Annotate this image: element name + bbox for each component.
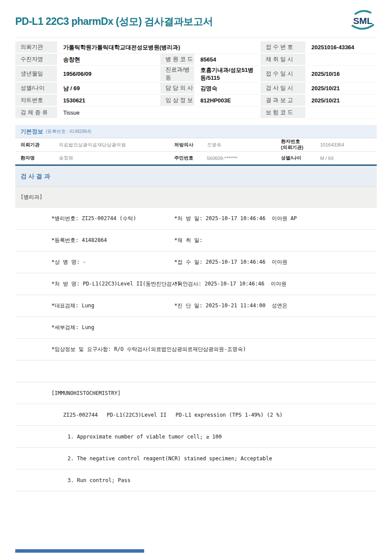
collection-date: *채 취 일: [174, 237, 203, 244]
label-requesting-org: 의뢰기관 [15, 41, 58, 54]
label-doctor: 담 당 의 사 [160, 82, 195, 95]
label-patient-name: 수진자명 [15, 54, 58, 66]
label-patient-no-line2: (의뢰기관) [281, 145, 320, 151]
table-row: 의뢰기관 가톨릭학원가톨릭대학교대전성모병원(병리과) 접 수 번 호 2025… [15, 41, 377, 54]
result-row: *임상정보 및 요구사항: R/O 수탁검사(의료법인삼광의료재단삼광의원-조영… [15, 339, 377, 360]
label-dept-ward: 진료과/병동 [160, 66, 195, 82]
value-referral-org: 의료법인삼광의료재단삼광의원 [59, 142, 174, 148]
value-receipt-no: 20251016-43364 [306, 41, 377, 54]
report-header: PD-L1 22C3 pharmDx (성모) 검사결과보고서 SML [15, 0, 377, 38]
results-section-title: 검 사 결 과 [20, 173, 50, 180]
value-sex-age: 남 / 69 [58, 82, 160, 95]
label-prescribing-doctor: 처방의사 [174, 142, 207, 148]
value-insurance-code [306, 107, 377, 119]
value-chart-no: 1530621 [58, 95, 160, 107]
basic-info-header: 기본정보 (등록번호 : 41482864) [15, 125, 377, 138]
table-row: 생년월일 1956/06/09 진료과/병동 호흡기내과/성모51병동/5115… [15, 66, 377, 82]
note-tumor-cell-count: 1. Approximate number of viable tumor ce… [68, 434, 222, 440]
label-birthdate: 생년월일 [15, 66, 58, 82]
value-test-datetime: 2025/10/21 [306, 82, 377, 95]
basic-info-section: 기본정보 (등록번호 : 41482864) 의뢰기관 의료법인삼광의료재단삼광… [15, 125, 377, 166]
label-specimen-type: 검 체 종 류 [15, 107, 58, 119]
main-specimen: *대표검체: Lung [51, 302, 95, 309]
note-negative-control: 2. The negative control reagent(NCR) sta… [68, 455, 272, 462]
label-insurance-code: 보 험 코 드 [260, 107, 306, 119]
footer-bar [15, 549, 144, 553]
value-patient-no: 101643364 [320, 142, 377, 147]
prescription-date: *처 방 일: 2025-10-17 10:46:46 이아원 AP [174, 215, 297, 222]
table-row: 검 체 종 류 Tissue 보 험 코 드 [15, 107, 377, 119]
table-row: 수진자명 송창현 병 원 코 드 85654 채 취 일 시 [15, 54, 377, 66]
patient-info-table: 의뢰기관 가톨릭학원가톨릭대학교대전성모병원(병리과) 접 수 번 호 2025… [15, 41, 377, 119]
label-patient-no-line1: 환자번호 [281, 139, 320, 145]
value-dept-ward: 호흡기내과/성모51병동/5115 [195, 66, 260, 82]
pathology-no: *병리번호: ZI25-002744 (수탁) [51, 215, 136, 222]
label-collection-datetime: 채 취 일 시 [260, 54, 306, 66]
basic-info-reg-no: (등록번호 : 41482864) [46, 129, 91, 135]
result-row: *대표검체: Lung *진 단 일: 2025-10-21 11:44:00 … [15, 295, 377, 317]
label-hospital-code: 병 원 코 드 [160, 54, 195, 66]
basic-info-row: 환자명 송창현 주민번호 560609-******* 성별/나이 M / 69 [15, 151, 377, 164]
sml-logo-icon: SML [349, 10, 377, 31]
label-clinical-info: 임 상 정 보 [160, 95, 195, 107]
note-run-control: 3. Run control; Pass [68, 477, 131, 483]
department-band: [병리과] [15, 187, 377, 208]
label-receipt-no: 접 수 번 호 [260, 41, 306, 54]
table-row: 차트번호 1530621 임 상 정 보 812HP003E 결 과 보 고 2… [15, 95, 377, 107]
gross-exam-date: *육안검사: 2025-10-17 10:46:46 이아원 [174, 280, 286, 288]
receipt-date: *접 수 일: 2025-10-17 10:46:46 이아원 [174, 258, 287, 266]
clinical-info-request: *임상정보 및 요구사항: R/O 수탁검사(의료법인삼광의료재단삼광의원-조영… [51, 346, 246, 353]
report-page: PD-L1 22C3 pharmDx (성모) 검사결과보고서 SML 의뢰기관… [0, 0, 392, 554]
result-row: *병리번호: ZI25-002744 (수탁) *처 방 일: 2025-10-… [15, 208, 377, 230]
note-row: 1. Approximate number of viable tumor ce… [15, 426, 377, 448]
ihc-specimen-no: ZI25-002744 [63, 412, 98, 418]
value-requesting-org: 가톨릭학원가톨릭대학교대전성모병원(병리과) [58, 41, 260, 54]
note-row: 2. The negative control reagent(NCR) sta… [15, 448, 377, 469]
ihc-section-title: [IMMUNOHISTOCHEMISTRY] [51, 390, 121, 396]
value-bi-patient-name: 송창현 [59, 155, 174, 161]
registration-no: *등록번호: 41482864 [51, 237, 107, 244]
basic-info-title: 기본정보 [20, 128, 43, 136]
note-row: 3. Run control; Pass [15, 469, 377, 491]
svg-text:SML: SML [353, 16, 373, 26]
value-birthdate: 1956/06/09 [58, 66, 160, 82]
label-result-report: 결 과 보 고 [260, 95, 306, 107]
spacer-row [15, 360, 377, 382]
label-bi-patient-name: 환자명 [20, 155, 59, 161]
ihc-test-name: PD-L1(22C3)Level II [107, 412, 166, 418]
value-hospital-code: 85654 [195, 54, 260, 66]
label-test-datetime: 검 사 일 시 [260, 82, 306, 95]
ihc-result-row: ZI25-002744 PD-L1(22C3)Level II PD-L1 ex… [15, 404, 377, 426]
value-resident-no: 560609-******* [207, 156, 281, 161]
label-resident-no: 주민번호 [174, 155, 207, 161]
result-row: *등록번호: 41482864 *채 취 일: [15, 230, 377, 252]
label-sex-age: 성별/나이 [15, 82, 58, 95]
label-chart-no: 차트번호 [15, 95, 58, 107]
label-bi-sex-age: 성별/나이 [281, 155, 320, 161]
sub-specimen: *세부검체: Lung [51, 324, 95, 331]
label-receipt-datetime: 접 수 일 시 [260, 66, 306, 82]
result-row: *세부검체: Lung [15, 317, 377, 339]
sml-logo: SML [349, 10, 377, 33]
label-referral-org: 의뢰기관 [20, 142, 59, 148]
table-row: 성별/나이 남 / 69 담 당 의 사 김명숙 검 사 일 시 2025/10… [15, 82, 377, 95]
results-section-header: 검 사 결 과 [15, 167, 377, 187]
label-patient-no: 환자번호 (의뢰기관) [281, 139, 320, 151]
value-patient-name: 송창현 [58, 54, 160, 66]
disease-name: *상 병 명: - [51, 258, 86, 266]
result-row: *상 병 명: - *접 수 일: 2025-10-17 10:46:46 이아… [15, 252, 377, 273]
value-result-report: 2025/10/21 [306, 95, 377, 107]
value-specimen-type: Tissue [58, 107, 260, 119]
value-prescribing-doctor: 조영숙 [207, 142, 281, 148]
basic-info-row: 의뢰기관 의료법인삼광의료재단삼광의원 처방의사 조영숙 환자번호 (의뢰기관)… [15, 138, 377, 151]
value-doctor: 김명숙 [195, 82, 260, 95]
value-bi-sex-age: M / 69 [320, 156, 377, 161]
value-receipt-datetime: 2025/10/16 [306, 66, 377, 82]
value-collection-datetime [306, 54, 377, 66]
result-row: *처 방 명: PD-L1(22C3)Level II(동반진단검사) *육안검… [15, 273, 377, 295]
ihc-header-row: [IMMUNOHISTOCHEMISTRY] [15, 382, 377, 404]
prescription-name: *처 방 명: PD-L1(22C3)Level II(동반진단검사) [51, 280, 180, 288]
page-title: PD-L1 22C3 pharmDx (성모) 검사결과보고서 [15, 15, 213, 28]
value-clinical-info: 812HP003E [195, 95, 260, 107]
diagnosis-date: *진 단 일: 2025-10-21 11:44:00 성연은 [174, 302, 287, 309]
